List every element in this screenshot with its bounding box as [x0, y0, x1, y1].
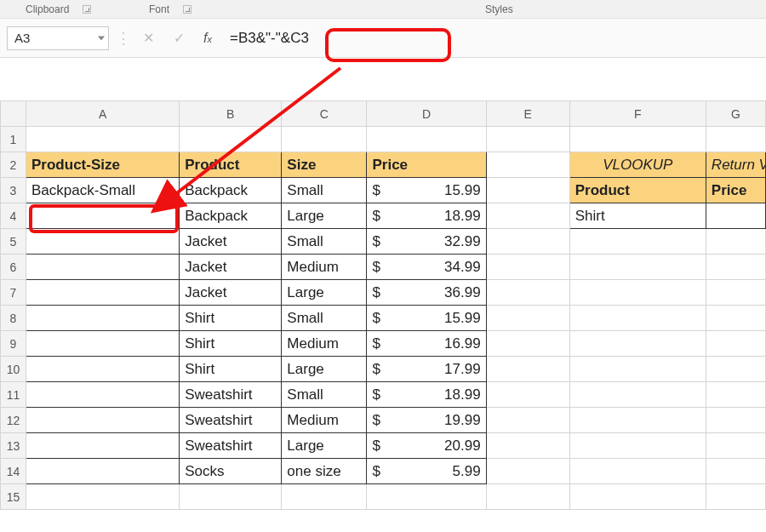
cell[interactable]: Medium	[282, 255, 367, 280]
cell[interactable]	[706, 357, 765, 382]
cancel-icon[interactable]: ✕	[136, 26, 160, 50]
cell[interactable]	[706, 408, 765, 433]
cell[interactable]	[26, 255, 180, 280]
clipboard-dialog-launcher-icon[interactable]	[83, 5, 91, 14]
cell[interactable]: Jacket	[180, 280, 282, 306]
cell[interactable]	[26, 306, 180, 331]
cell[interactable]: Small	[282, 229, 367, 255]
cell[interactable]: $18.99	[367, 382, 486, 408]
cell[interactable]	[26, 382, 180, 408]
cell[interactable]	[706, 459, 765, 484]
row-header[interactable]: 6	[1, 255, 26, 280]
cell-g4[interactable]	[706, 203, 765, 229]
fx-icon[interactable]: fx	[197, 31, 218, 46]
cell[interactable]: $17.99	[367, 357, 486, 382]
cell-b3[interactable]: Backpack	[180, 178, 282, 203]
cell[interactable]	[486, 382, 569, 408]
cell[interactable]	[569, 357, 706, 382]
cell[interactable]	[569, 408, 706, 433]
cell[interactable]	[26, 203, 180, 229]
cell[interactable]: Small	[282, 382, 367, 408]
cell[interactable]: Shirt	[180, 306, 282, 331]
cell[interactable]	[486, 433, 569, 459]
cell[interactable]	[26, 127, 180, 152]
cell[interactable]	[569, 382, 706, 408]
cell[interactable]	[706, 229, 765, 255]
cell[interactable]	[569, 433, 706, 459]
cell[interactable]: $15.99	[367, 306, 486, 331]
cell[interactable]	[26, 331, 180, 357]
cell-d3[interactable]: $15.99	[367, 178, 486, 203]
cell[interactable]	[706, 382, 765, 408]
cell[interactable]: Shirt	[180, 331, 282, 357]
cell[interactable]: $34.99	[367, 255, 486, 280]
cell[interactable]: Small	[282, 306, 367, 331]
col-header-a[interactable]: A	[26, 101, 180, 127]
cell[interactable]	[706, 280, 765, 306]
cell-a2[interactable]: Product-Size	[26, 152, 180, 178]
cell[interactable]: Sweatshirt	[180, 433, 282, 459]
cell[interactable]: Medium	[282, 408, 367, 433]
cell[interactable]: Large	[282, 433, 367, 459]
cell-b2[interactable]: Product	[180, 152, 282, 178]
cell[interactable]: Large	[282, 280, 367, 306]
cell[interactable]	[706, 255, 765, 280]
cell[interactable]	[367, 484, 486, 510]
enter-icon[interactable]: ✓	[167, 26, 191, 50]
row-header[interactable]: 2	[1, 152, 26, 178]
cell[interactable]	[486, 178, 569, 203]
font-dialog-launcher-icon[interactable]	[183, 5, 192, 14]
col-header-c[interactable]: C	[282, 101, 367, 127]
cell[interactable]	[26, 229, 180, 255]
cell[interactable]	[26, 408, 180, 433]
cell[interactable]	[486, 331, 569, 357]
cell[interactable]	[26, 280, 180, 306]
grid[interactable]: A B C D E F G 1 2 Product-Size Product S…	[0, 100, 766, 510]
cell[interactable]: $32.99	[367, 229, 486, 255]
cell[interactable]	[706, 127, 765, 152]
cell-g2[interactable]: Return V	[706, 152, 765, 178]
row-header[interactable]: 7	[1, 280, 26, 306]
cell[interactable]: $20.99	[367, 433, 486, 459]
row-header[interactable]: 14	[1, 459, 26, 484]
cell[interactable]	[26, 484, 180, 510]
cell-a3[interactable]: Backpack-Small	[26, 178, 180, 203]
cell[interactable]	[486, 280, 569, 306]
cell[interactable]	[569, 255, 706, 280]
cell[interactable]: Backpack	[180, 203, 282, 229]
cell[interactable]	[706, 306, 765, 331]
cell[interactable]	[282, 484, 367, 510]
cell[interactable]	[569, 306, 706, 331]
row-header[interactable]: 8	[1, 306, 26, 331]
cell-g3[interactable]: Price	[706, 178, 765, 203]
row-header[interactable]: 3	[1, 178, 26, 203]
row-header[interactable]: 9	[1, 331, 26, 357]
col-header-f[interactable]: F	[569, 101, 706, 127]
row-header[interactable]: 13	[1, 433, 26, 459]
cell[interactable]	[569, 331, 706, 357]
cell[interactable]	[569, 459, 706, 484]
worksheet[interactable]: A B C D E F G 1 2 Product-Size Product S…	[0, 100, 766, 510]
cell[interactable]: Medium	[282, 331, 367, 357]
cell[interactable]: Sweatshirt	[180, 382, 282, 408]
cell[interactable]: Jacket	[180, 229, 282, 255]
cell-f2[interactable]: VLOOKUP	[569, 152, 706, 178]
col-header-b[interactable]: B	[180, 101, 282, 127]
cell[interactable]	[26, 433, 180, 459]
cell[interactable]: $5.99	[367, 459, 486, 484]
cell[interactable]	[486, 484, 569, 510]
row-header[interactable]: 11	[1, 382, 26, 408]
cell[interactable]	[486, 229, 569, 255]
cell-f4[interactable]: Shirt	[569, 203, 706, 229]
cell-c3[interactable]: Small	[282, 178, 367, 203]
cell-d2[interactable]: Price	[367, 152, 486, 178]
cell[interactable]: $36.99	[367, 280, 486, 306]
select-all-corner[interactable]	[1, 101, 26, 127]
row-header[interactable]: 5	[1, 229, 26, 255]
cell[interactable]	[180, 484, 282, 510]
cell[interactable]: Large	[282, 203, 367, 229]
cell[interactable]	[26, 459, 180, 484]
cell[interactable]: one size	[282, 459, 367, 484]
cell[interactable]	[282, 127, 367, 152]
cell[interactable]	[26, 357, 180, 382]
